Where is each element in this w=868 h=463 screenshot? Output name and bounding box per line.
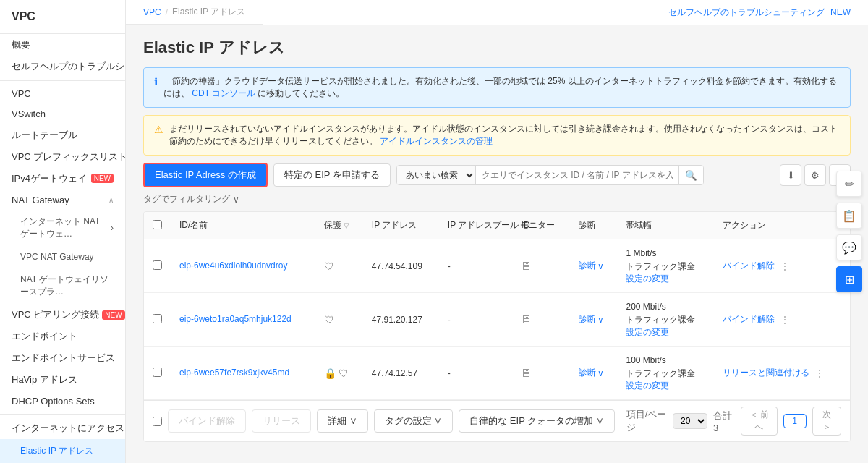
col-id-name: ID/名前 — [171, 212, 315, 239]
eip-id-link-3[interactable]: eip-6wee57fe7rsk9xjkv45md — [179, 368, 289, 378]
select-all-checkbox[interactable] — [153, 220, 162, 229]
row-checkbox-1[interactable] — [153, 260, 162, 270]
more-icon-2[interactable]: ⋮ — [778, 313, 792, 326]
col-protection: 保護 ▽ — [315, 212, 363, 239]
alert-info-link[interactable]: CDT コンソール — [192, 88, 255, 98]
copy-panel-btn[interactable]: 📋 — [836, 203, 862, 229]
create-eip-button[interactable]: Elastic IP Adress の作成 — [143, 163, 268, 187]
sidebar-item-havip[interactable]: HaVip アドレス — [0, 369, 125, 391]
bandwidth-1: 1 Mbit/sトラフィック課金 — [626, 247, 705, 273]
edit-panel-btn[interactable]: ✏ — [836, 171, 862, 197]
sidebar-item-vswitch[interactable]: VSwitch — [0, 104, 125, 124]
sidebar-item-dhcp[interactable]: DHCP Options Sets — [0, 391, 125, 411]
settings-icon[interactable]: ⚙ — [804, 164, 826, 186]
total-count: 合計 3 — [713, 409, 735, 433]
shield-icon-2: 🛡 — [324, 314, 334, 326]
bandwidth-change-3[interactable]: 設定の変更 — [626, 381, 669, 391]
sidebar-item-internet-nat[interactable]: インターネット NAT ゲートウェ… › — [0, 210, 125, 246]
increase-quota-button[interactable]: 自律的な EIP クォータの増加 ∨ — [459, 409, 615, 433]
lock-icon-3: 🔒 — [324, 368, 336, 379]
bandwidth-change-2[interactable]: 設定の変更 — [626, 327, 669, 337]
chevron-up-icon-2: ∧ — [124, 424, 125, 432]
breadcrumb-separator: / — [166, 7, 168, 17]
tag-settings-button[interactable]: タグの設定 ∨ — [374, 409, 454, 433]
sidebar-item-endpoint-service[interactable]: エンドポイントサービス — [0, 347, 125, 369]
col-pool-id: IP アドレスプール ID — [439, 212, 511, 239]
per-page-label: 項目/ページ — [626, 408, 667, 434]
pool-id-1: - — [439, 239, 511, 293]
more-icon-3[interactable]: ⋮ — [812, 367, 827, 380]
action-link-3[interactable]: リリースと関連付ける — [723, 367, 809, 379]
sidebar-item-nat-gateway[interactable]: NAT Gateway ∧ — [0, 190, 125, 210]
sidebar-item-nat-release[interactable]: NAT ゲートウェイリソースプラ… — [0, 268, 125, 304]
monitor-icon-1[interactable]: 🖥 — [520, 260, 532, 272]
bandwidth-2: 200 Mbit/sトラフィック課金 — [626, 300, 705, 326]
page-number-input[interactable] — [783, 414, 807, 428]
monitor-icon-2[interactable]: 🖥 — [520, 313, 532, 326]
col-action: アクション — [714, 212, 850, 239]
diagnose-btn-1[interactable]: 診断 ∨ — [579, 260, 609, 272]
per-page-select[interactable]: 20 — [673, 413, 707, 429]
alert-warning-link[interactable]: アイドルインスタンスの管理 — [380, 136, 493, 146]
row-checkbox-2[interactable] — [153, 314, 162, 323]
help-text[interactable]: セルフヘルプのトラブルシューティング — [668, 7, 825, 19]
action-cell-1: バインド解除 ⋮ — [723, 260, 841, 273]
sidebar-item-vpc-nat[interactable]: VPC NAT Gateway — [0, 246, 125, 268]
sidebar: VPC 概要 セルフヘルプのトラブルシューティ… VPC VSwitch ルート… — [0, 0, 126, 463]
content-area: Elastic IP アドレス ℹ 「節約の神器」クラウドデータ伝送サービスが開… — [126, 25, 868, 463]
action-link-1[interactable]: バインド解除 — [723, 260, 775, 272]
sidebar-item-ipv4-gateway[interactable]: IPv4ゲートウェイ NEW — [0, 168, 125, 190]
prev-page-button[interactable]: ＜ 前へ — [741, 407, 777, 436]
apply-eip-button[interactable]: 特定の EIP を申請する — [273, 163, 391, 187]
alert-warning-text: まだリリースされていないアイドルインスタンスがあります。アイドル状態のインスタン… — [169, 123, 840, 148]
bottom-select-all[interactable] — [153, 417, 162, 426]
sidebar-item-route-table[interactable]: ルートテーブル — [0, 124, 125, 146]
tag-filter[interactable]: タグでフィルタリング ∨ — [143, 193, 851, 205]
more-icon-1[interactable]: ⋮ — [778, 260, 792, 273]
search-input[interactable] — [476, 166, 678, 184]
diagnose-btn-3[interactable]: 診断 ∨ — [579, 367, 609, 379]
new-badge-peering: NEW — [102, 310, 124, 320]
release-button[interactable]: リリース — [252, 409, 311, 433]
sidebar-item-overview[interactable]: 概要 — [0, 34, 125, 56]
unbind-button[interactable]: バインド解除 — [168, 409, 246, 433]
pool-id-2: - — [439, 293, 511, 347]
download-icon[interactable]: ⬇ — [780, 164, 801, 186]
right-panel: ✏ 📋 💬 ⊞ — [830, 165, 868, 298]
bandwidth-change-1[interactable]: 設定の変更 — [626, 273, 669, 284]
chat-panel-btn[interactable]: 💬 — [836, 234, 862, 260]
search-button[interactable]: 🔍 — [678, 166, 703, 184]
sidebar-item-endpoint[interactable]: エンドポイント — [0, 326, 125, 347]
next-page-button[interactable]: 次 ＞ — [812, 407, 841, 436]
col-bandwidth: 帯域幅 — [617, 212, 714, 239]
sidebar-item-vpc-prefix[interactable]: VPC プレフィックスリスト — [0, 146, 125, 168]
sidebar-item-vpc[interactable]: VPC — [0, 84, 125, 104]
search-type-select[interactable]: あいまい検索 — [397, 166, 476, 184]
breadcrumb-current: Elastic IP アドレス — [172, 6, 245, 18]
row-checkbox-3[interactable] — [153, 368, 162, 377]
info-icon: ℹ — [154, 76, 158, 88]
action-cell-3: リリースと関連付ける ⋮ — [723, 367, 841, 380]
tag-filter-label: タグでフィルタリング — [143, 193, 230, 205]
tag-filter-chevron: ∨ — [233, 195, 239, 205]
sidebar-item-internet-access[interactable]: インターネットにアクセス ∧ — [0, 417, 125, 439]
details-button[interactable]: 詳細 ∨ — [317, 409, 368, 433]
eip-id-link-2[interactable]: eip-6weto1ra0aq5mhjuk122d — [179, 314, 292, 324]
col-monitor: モニター — [511, 212, 569, 239]
sidebar-title: VPC — [0, 0, 125, 34]
sidebar-item-vpc-peering[interactable]: VPC ピアリング接続 NEW — [0, 304, 125, 326]
table-row: eip-6wee57fe7rsk9xjkv45md 🔒 🛡 47.74.12.5… — [144, 347, 850, 400]
sidebar-item-self-help[interactable]: セルフヘルプのトラブルシューティ… — [0, 56, 125, 77]
alert-info: ℹ 「節約の神器」クラウドデータ伝送サービスが開始されました。有効化された後、一… — [143, 67, 851, 108]
sidebar-item-elastic-ip[interactable]: Elastic IP アドレス — [0, 439, 125, 463]
diagnose-btn-2[interactable]: 診断 ∨ — [579, 313, 609, 326]
table-row: eip-6we4u6xdioih0udnvdroy 🛡 47.74.54.109… — [144, 239, 850, 293]
monitor-icon-3[interactable]: 🖥 — [520, 367, 532, 379]
action-link-2[interactable]: バインド解除 — [723, 313, 775, 326]
col-ip: IP アドレス — [363, 212, 439, 239]
breadcrumb-vpc[interactable]: VPC — [143, 7, 161, 17]
eip-id-link-1[interactable]: eip-6we4u6xdioih0udnvdroy — [179, 260, 287, 271]
shield-icon-1: 🛡 — [324, 260, 334, 272]
apps-panel-btn[interactable]: ⊞ — [836, 266, 862, 292]
warning-icon: ⚠ — [154, 124, 163, 135]
